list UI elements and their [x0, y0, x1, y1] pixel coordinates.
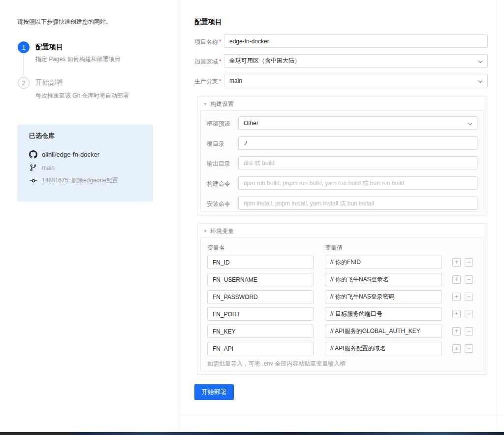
env-value-field — [325, 256, 442, 269]
repo-branch-row: main — [29, 164, 55, 172]
remove-row-button[interactable]: − — [465, 344, 473, 353]
env-value-field — [325, 342, 442, 355]
env-bulk-import-hint: 如需批量导入，可将 .env 全部内容粘贴至变量输入框 — [207, 360, 346, 368]
env-value-input[interactable] — [325, 308, 441, 320]
add-row-button[interactable]: + — [452, 310, 461, 318]
remove-row-button[interactable]: − — [465, 327, 473, 335]
add-row-button[interactable]: + — [452, 344, 461, 353]
env-value-input[interactable] — [325, 291, 441, 303]
env-value-input[interactable] — [325, 273, 441, 286]
repo-name: olinll/edge-fn-docker — [42, 151, 99, 158]
env-name-field — [207, 307, 314, 321]
build-command-input[interactable] — [239, 177, 477, 189]
git-branch-icon — [29, 164, 37, 172]
wizard-sidebar: 请按照以下步骤快速创建您的网站。 1 配置项目 指定 Pages 如何构建和部署… — [0, 0, 178, 432]
var-value-header: 变量值 — [325, 244, 343, 252]
remove-row-button[interactable]: − — [465, 293, 473, 301]
build-command-field — [238, 176, 477, 190]
env-value-field — [325, 325, 442, 338]
env-value-field — [325, 307, 442, 321]
env-name-input[interactable] — [208, 256, 313, 268]
framework-preset-select[interactable]: Other — [238, 116, 477, 130]
env-name-input[interactable] — [208, 273, 313, 286]
region-select[interactable]: 全球可用区（含中国大陆） — [224, 54, 488, 67]
add-row-button[interactable]: + — [452, 275, 461, 284]
framework-preset-value: Other — [244, 120, 258, 127]
env-value-input[interactable] — [325, 342, 441, 355]
chevron-down-icon — [478, 59, 482, 63]
env-vars-body: 变量名 变量值 + − + − + − + − — [200, 237, 484, 371]
install-command-label: 安装命令 — [207, 200, 230, 208]
project-name-label: 项目名称* — [194, 38, 221, 46]
install-command-input[interactable] — [239, 197, 477, 209]
region-select-value: 全球可用区（含中国大陆） — [229, 57, 300, 65]
root-dir-input[interactable] — [239, 137, 477, 149]
taskbar-edge-strip — [0, 432, 504, 435]
env-value-input[interactable] — [325, 256, 441, 268]
remove-row-button[interactable]: − — [465, 258, 473, 267]
step-1-title: 配置项目 — [35, 43, 63, 52]
git-commit-icon — [29, 176, 37, 185]
github-icon — [29, 150, 37, 159]
project-name-field — [224, 34, 488, 48]
env-vars-section: ▼ 环境变量 变量名 变量值 + − + − + − + — [197, 223, 487, 375]
repo-branch: main — [42, 165, 55, 171]
step-1-subtitle: 指定 Pages 如何构建和部署项目 — [35, 55, 121, 64]
selected-repo-card: 已选仓库 olinll/edge-fn-docker main 14 — [17, 125, 153, 201]
env-name-input[interactable] — [208, 342, 313, 355]
right-edge-divider — [497, 0, 497, 432]
framework-preset-label: 框架预设 — [207, 120, 230, 128]
repo-commit: 14881675: 删除edgeone配置 — [42, 176, 118, 185]
production-branch-select[interactable]: main — [224, 74, 488, 87]
step-connector-line — [23, 55, 24, 75]
env-name-input[interactable] — [208, 308, 313, 320]
remove-row-button[interactable]: − — [465, 310, 473, 318]
env-vars-header[interactable]: ▼ 环境变量 — [203, 227, 234, 235]
output-dir-label: 输出目录 — [207, 160, 230, 168]
page-title: 配置项目 — [194, 18, 222, 27]
step-2-indicator: 2 — [18, 77, 30, 89]
step-2-number: 2 — [22, 79, 25, 87]
selected-repo-title: 已选仓库 — [29, 132, 55, 140]
branch-label: 生产分支* — [194, 77, 221, 86]
build-command-label: 构建命令 — [207, 180, 230, 188]
intro-text: 请按照以下步骤快速创建您的网站。 — [17, 18, 112, 26]
env-name-field — [207, 342, 314, 355]
env-value-field — [325, 273, 442, 286]
install-command-field — [238, 197, 477, 210]
env-name-field — [207, 325, 314, 338]
env-value-field — [325, 290, 442, 303]
output-dir-input[interactable] — [239, 157, 477, 169]
branch-select-value: main — [229, 77, 242, 84]
root-dir-label: 根目录 — [207, 140, 224, 148]
collapse-triangle-icon: ▼ — [203, 102, 207, 106]
repo-name-row: olinll/edge-fn-docker — [29, 150, 99, 159]
required-asterisk: * — [219, 58, 221, 65]
env-name-field — [207, 256, 314, 269]
required-asterisk: * — [219, 38, 221, 45]
collapse-triangle-icon: ▼ — [203, 229, 207, 234]
chevron-down-icon — [468, 121, 472, 125]
step-1-indicator: 1 — [18, 41, 30, 53]
var-name-header: 变量名 — [207, 244, 225, 252]
region-label: 加速区域* — [194, 58, 221, 66]
env-name-field — [207, 290, 314, 303]
add-row-button[interactable]: + — [452, 327, 461, 335]
env-name-input[interactable] — [208, 291, 313, 303]
env-name-input[interactable] — [208, 325, 313, 337]
build-settings-body: 框架预设 Other 根目录 输出目录 构建命令 安装命令 — [200, 110, 484, 212]
output-dir-field — [238, 156, 477, 169]
env-value-input[interactable] — [325, 325, 441, 337]
start-deploy-button[interactable]: 开始部署 — [194, 384, 234, 400]
chevron-down-icon — [478, 78, 482, 83]
step-1-number: 1 — [22, 44, 25, 51]
add-row-button[interactable]: + — [452, 258, 461, 267]
step-2-title: 开始部署 — [35, 78, 63, 87]
build-settings-header[interactable]: ▼ 构建设置 — [203, 100, 234, 108]
root-dir-field — [238, 136, 477, 150]
remove-row-button[interactable]: − — [465, 275, 473, 284]
build-settings-section: ▼ 构建设置 框架预设 Other 根目录 输出目录 构建命令 安装命令 — [197, 96, 487, 215]
add-row-button[interactable]: + — [452, 293, 461, 301]
required-asterisk: * — [219, 78, 221, 85]
project-name-input[interactable] — [224, 35, 487, 47]
